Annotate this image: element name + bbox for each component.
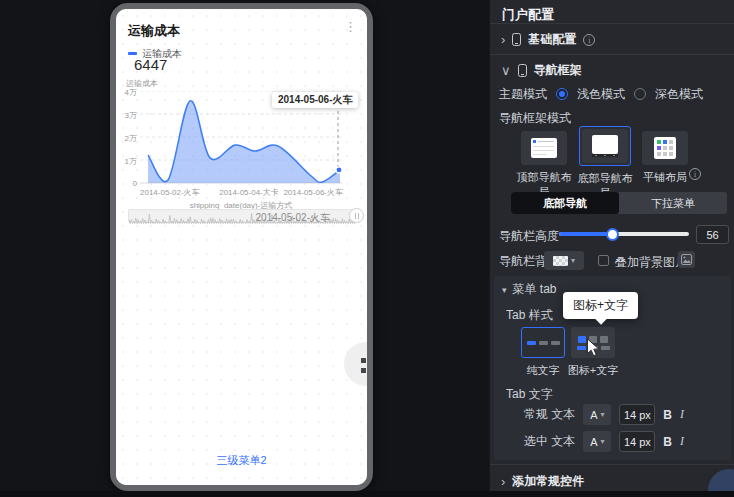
section-add-controls[interactable]: › 添加常规控件: [501, 473, 584, 490]
regular-size-input[interactable]: 14 px: [619, 404, 655, 425]
theme-mode-label: 主题模式: [499, 86, 547, 103]
square-icon: [578, 336, 586, 343]
phone-screen: 运输成本 ⋮ 运输成本 6447 运输成本 4万 3万 2万 1万 0 2014…: [116, 9, 367, 485]
dropdown-arrow-icon: ▾: [571, 256, 575, 265]
divider: [490, 23, 734, 24]
nav-height-label: 导航栏高度: [499, 228, 559, 245]
bottom-edge-strip: [0, 491, 734, 497]
dark-mode-label[interactable]: 深色模式: [655, 86, 703, 103]
chevron-right-icon: ›: [501, 475, 505, 488]
chevron-down-icon: ∨: [501, 64, 511, 77]
y-tick: 2万: [125, 133, 137, 144]
chart-minimap[interactable]: 2014-05-02-火车: [128, 209, 357, 223]
light-mode-label[interactable]: 浅色模式: [577, 86, 625, 103]
image-picker-button[interactable]: [678, 251, 695, 268]
mouse-cursor-icon: [586, 338, 602, 358]
tab-text-selected-row: 选中 文本 A ▾ 14 px B I: [524, 431, 684, 452]
dropdown-arrow-icon: ▾: [601, 437, 605, 446]
metric-value: 6447: [134, 56, 167, 73]
dash-icon: [551, 341, 560, 345]
selected-color-dropdown[interactable]: A ▾: [583, 431, 611, 452]
menu-tab-label: 菜单 tab: [513, 281, 557, 298]
caret-down-icon: ▾: [502, 285, 507, 295]
section-nav-frame[interactable]: ∨ 导航框架: [501, 62, 582, 79]
theme-mode-row: 主题模式 浅色模式 深色模式: [499, 86, 703, 102]
dash-icon: [539, 341, 548, 345]
overlay-image-checkbox[interactable]: [598, 255, 609, 266]
nav-height-slider-fill: [559, 232, 612, 236]
panel-title: 门户配置: [502, 6, 554, 24]
tab-style-text-only[interactable]: [521, 327, 565, 358]
chevron-right-icon: ›: [501, 33, 505, 46]
color-dropdown-a: A: [590, 436, 597, 448]
section-basic-config[interactable]: › 基础配置 i: [501, 31, 595, 48]
dash-icon: [577, 346, 586, 350]
section-label: 导航框架: [534, 62, 582, 79]
selected-size-input[interactable]: 14 px: [619, 431, 655, 452]
nav-bg-color-dropdown[interactable]: ▾: [544, 251, 584, 270]
style-option-tooltip: 图标+文字: [563, 292, 638, 319]
top-nav-thumbnail-icon: [521, 131, 567, 165]
menu-tab-header[interactable]: ▾ 菜单 tab: [502, 281, 557, 298]
tab-text-label: Tab 文字: [506, 386, 553, 403]
y-tick: 3万: [125, 110, 137, 121]
layout-option-tiled[interactable]: 平铺布局: [636, 128, 694, 185]
x-tick: 2014-05-02-火车: [140, 187, 200, 198]
bottom-nav-thumbnail-icon: [582, 129, 628, 163]
bold-button[interactable]: B: [663, 408, 672, 422]
italic-button[interactable]: I: [680, 407, 684, 422]
tab-style-option-label: 纯文字: [521, 363, 565, 378]
nav-height-value-input[interactable]: 56: [696, 225, 729, 244]
color-dropdown-a: A: [590, 409, 597, 421]
overlay-image-label[interactable]: 叠加背景图片: [615, 254, 687, 271]
picture-icon: [681, 254, 692, 265]
bold-button[interactable]: B: [663, 435, 672, 449]
nav-type-segmented-control: 底部导航 下拉菜单: [511, 192, 727, 214]
y-tick: 1万: [125, 156, 137, 167]
transparent-swatch-icon: [553, 256, 568, 266]
x-tick: 2014-05-06-火车: [283, 187, 343, 198]
segment-dropdown-menu[interactable]: 下拉菜单: [619, 192, 727, 214]
regular-color-dropdown[interactable]: A ▾: [583, 404, 611, 425]
edge-handle-dot: [361, 368, 366, 373]
layout-option-bottom-nav[interactable]: 底部导航布局: [573, 126, 637, 201]
radio-dark-mode[interactable]: [634, 88, 646, 100]
segment-bottom-nav[interactable]: 底部导航: [511, 192, 619, 214]
tab-style-option-label: 图标+文字: [563, 363, 623, 378]
layout-option-label: 平铺布局: [643, 170, 687, 185]
italic-button[interactable]: I: [680, 434, 684, 449]
portal-config-panel: 门户配置 › 基础配置 i ∨ 导航框架 主题模式 浅色模式 深色模式 导航框架…: [489, 0, 734, 497]
edge-handle-dot: [361, 358, 366, 363]
minimap-handle[interactable]: [349, 208, 364, 223]
y-axis-ticks: 4万 3万 2万 1万 0: [116, 9, 137, 209]
frame-mode-label: 导航框架模式: [499, 110, 571, 127]
edge-drag-handle[interactable]: [344, 342, 367, 386]
layout-option-top-nav[interactable]: 顶部导航布局: [512, 128, 576, 200]
info-icon: i: [689, 168, 701, 180]
footer-menu-link[interactable]: 三级菜单2: [116, 453, 367, 468]
phone-icon: [518, 64, 527, 77]
nav-height-slider-thumb[interactable]: [606, 228, 619, 241]
selected-text-label: 选中 文本: [524, 433, 575, 450]
divider: [490, 464, 734, 465]
phone-preview-frame: 运输成本 ⋮ 运输成本 6447 运输成本 4万 3万 2万 1万 0 2014…: [110, 3, 373, 491]
minimap-label: 2014-05-02-火车: [256, 211, 330, 225]
selected-layout-border: [579, 126, 631, 166]
info-icon: i: [583, 34, 595, 46]
section-label: 基础配置: [528, 31, 576, 48]
kebab-menu-icon[interactable]: ⋮: [344, 22, 357, 32]
tiled-thumbnail-icon: [642, 131, 688, 165]
chart-tooltip: 2014-05-06-火车: [272, 92, 358, 108]
dash-icon: [527, 341, 536, 345]
divider: [490, 54, 734, 55]
radio-light-mode[interactable]: [556, 88, 568, 100]
tab-style-label: Tab 样式: [506, 307, 553, 324]
y-tick: 4万: [125, 87, 137, 98]
y-tick: 0: [133, 179, 137, 188]
tab-text-regular-row: 常规 文本 A ▾ 14 px B I: [524, 404, 684, 425]
phone-icon: [512, 33, 521, 46]
section-label: 添加常规控件: [512, 473, 584, 490]
dropdown-arrow-icon: ▾: [601, 410, 605, 419]
regular-text-label: 常规 文本: [524, 406, 575, 423]
